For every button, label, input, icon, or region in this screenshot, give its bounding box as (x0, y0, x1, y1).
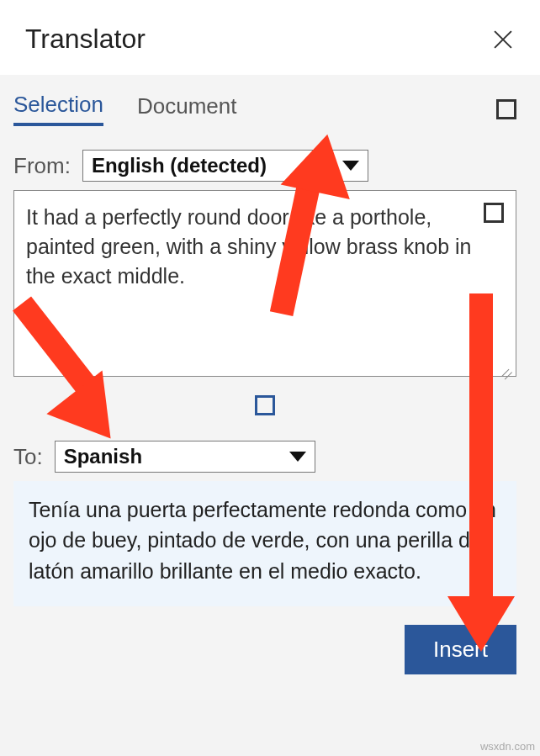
to-label: To: (13, 444, 43, 470)
from-language-select[interactable]: English (detected) (82, 150, 368, 182)
chevron-down-icon (289, 452, 306, 462)
close-icon[interactable] (490, 26, 516, 53)
from-label: From: (13, 153, 71, 179)
footer: Insert (13, 606, 516, 674)
panel-body: Selection Document From: English (detect… (0, 75, 540, 700)
chevron-down-icon (342, 161, 359, 171)
resize-handle-icon[interactable] (502, 362, 512, 373)
insert-button[interactable]: Insert (405, 625, 516, 674)
clear-icon[interactable] (484, 203, 504, 223)
from-language-value: English (detected) (92, 154, 267, 177)
panel-title: Translator (25, 24, 146, 55)
source-textarea[interactable]: It had a perfectly round door like a por… (13, 190, 516, 377)
translator-panel: Translator Selection Document From: Engl… (0, 0, 540, 700)
swap-row (13, 377, 516, 441)
popout-icon[interactable] (496, 99, 516, 119)
watermark: wsxdn.com (480, 740, 535, 753)
panel-header: Translator (0, 0, 540, 75)
translation-output: Tenía una puerta perfectamente redonda c… (13, 481, 516, 606)
tab-document[interactable]: Document (137, 93, 237, 124)
output-text: Tenía una puerta perfectamente redonda c… (29, 498, 496, 583)
from-row: From: English (detected) (13, 150, 516, 182)
to-row: To: Spanish (13, 441, 516, 473)
source-text: It had a perfectly round door like a por… (26, 205, 471, 288)
tabs: Selection Document (13, 92, 516, 150)
tab-selection[interactable]: Selection (13, 92, 103, 126)
to-language-value: Spanish (64, 445, 142, 468)
swap-languages-icon[interactable] (255, 395, 275, 415)
to-language-select[interactable]: Spanish (55, 441, 315, 473)
